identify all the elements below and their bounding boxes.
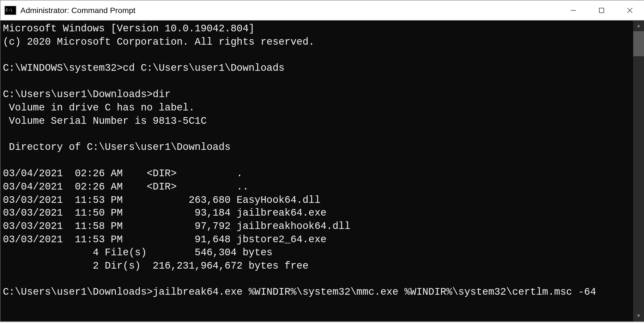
client-area: Microsoft Windows [Version 10.0.19042.80… bbox=[1, 21, 644, 322]
prompt-path: C:\WINDOWS\system32> bbox=[3, 62, 123, 74]
dir-header-line: Directory of C:\Users\user1\Downloads bbox=[3, 142, 231, 153]
prompt-path: C:\Users\user1\Downloads> bbox=[3, 287, 153, 298]
dir-entry: 03/03/2021 11:58 PM 97,792 jailbreakhook… bbox=[3, 221, 351, 232]
prompt-command: cd C:\Users\user1\Downloads bbox=[123, 62, 285, 74]
dir-summary: 4 File(s) 546,304 bytes bbox=[3, 247, 273, 258]
close-button[interactable] bbox=[616, 1, 644, 20]
cmd-icon bbox=[5, 6, 16, 15]
banner-line: (c) 2020 Microsoft Corporation. All righ… bbox=[3, 36, 315, 47]
prompt-line: C:\Users\user1\Downloads>dir bbox=[3, 89, 171, 100]
titlebar[interactable]: Administrator: Command Prompt bbox=[1, 1, 644, 21]
minimize-icon bbox=[571, 7, 576, 13]
close-icon bbox=[627, 7, 633, 13]
window-title: Administrator: Command Prompt bbox=[21, 6, 136, 15]
minimize-button[interactable] bbox=[559, 1, 587, 20]
chevron-down-icon bbox=[637, 314, 641, 318]
dir-entry: 03/03/2021 11:53 PM 263,680 EasyHook64.d… bbox=[3, 194, 321, 206]
scroll-up-button[interactable] bbox=[633, 21, 644, 31]
command-prompt-window: Administrator: Command Prompt Microsoft … bbox=[0, 0, 644, 322]
dir-volume-line: Volume in drive C has no label. bbox=[3, 102, 195, 113]
svg-rect-1 bbox=[599, 8, 604, 13]
svg-marker-5 bbox=[637, 315, 640, 317]
dir-entry: 03/04/2021 02:26 AM <DIR> .. bbox=[3, 181, 249, 193]
svg-marker-4 bbox=[637, 25, 640, 27]
terminal-output[interactable]: Microsoft Windows [Version 10.0.19042.80… bbox=[1, 21, 633, 322]
maximize-icon bbox=[599, 7, 605, 13]
prompt-path: C:\Users\user1\Downloads> bbox=[3, 89, 153, 100]
scroll-thumb[interactable] bbox=[633, 31, 644, 56]
chevron-up-icon bbox=[637, 24, 641, 28]
prompt-line: C:\WINDOWS\system32>cd C:\Users\user1\Do… bbox=[3, 62, 285, 74]
titlebar-left: Administrator: Command Prompt bbox=[1, 6, 136, 15]
maximize-button[interactable] bbox=[587, 1, 616, 20]
scroll-track[interactable] bbox=[633, 31, 644, 311]
dir-entry: 03/03/2021 11:53 PM 91,648 jbstore2_64.e… bbox=[3, 234, 327, 245]
prompt-line: C:\Users\user1\Downloads>jailbreak64.exe… bbox=[3, 287, 596, 298]
scroll-down-button[interactable] bbox=[633, 311, 644, 321]
dir-summary: 2 Dir(s) 216,231,964,672 bytes free bbox=[3, 260, 309, 272]
banner-line: Microsoft Windows [Version 10.0.19042.80… bbox=[3, 23, 255, 34]
window-controls bbox=[559, 1, 644, 20]
dir-entry: 03/03/2021 11:50 PM 93,184 jailbreak64.e… bbox=[3, 208, 327, 219]
prompt-command: dir bbox=[153, 89, 171, 100]
vertical-scrollbar[interactable] bbox=[633, 21, 644, 322]
prompt-command: jailbreak64.exe %WINDIR%\system32\mmc.ex… bbox=[153, 287, 596, 298]
dir-entry: 03/04/2021 02:26 AM <DIR> . bbox=[3, 168, 243, 179]
dir-volume-line: Volume Serial Number is 9813-5C1C bbox=[3, 115, 207, 127]
